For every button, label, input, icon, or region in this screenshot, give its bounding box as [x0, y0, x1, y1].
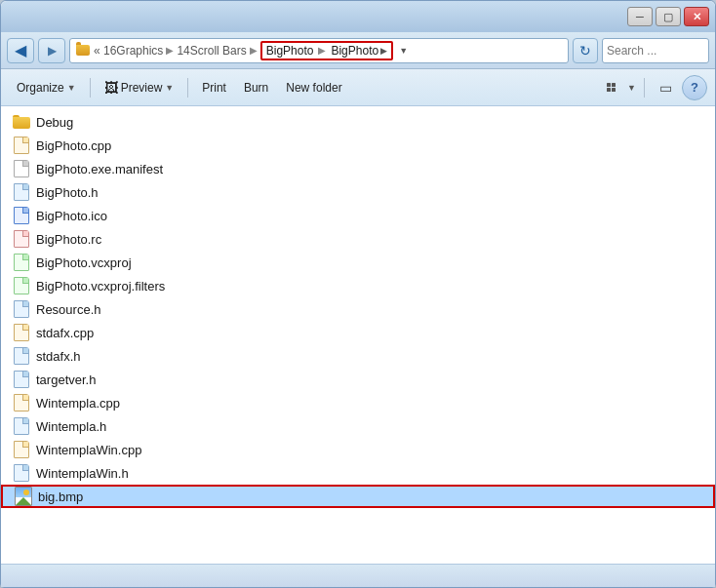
file-type-icon [13, 277, 30, 294]
breadcrumb-dropdown-icon[interactable]: ▼ [399, 46, 408, 56]
breadcrumb-arrow3: ▶ [318, 45, 326, 56]
breadcrumb-arrow2: ▶ [250, 45, 258, 56]
file-type-icon [13, 160, 30, 177]
breadcrumb-end1: BigPhoto [266, 44, 314, 58]
breadcrumb-mid: 14Scroll Bars [177, 44, 246, 58]
file-type-icon [13, 137, 30, 154]
file-type-icon [13, 394, 30, 412]
file-name: Debug [36, 115, 73, 130]
file-type-icon [15, 488, 32, 505]
back-button[interactable]: ◀ [7, 38, 34, 63]
file-type-icon [13, 230, 30, 248]
breadcrumb-highlighted[interactable]: BigPhoto ▶ BigPhoto ▶ [260, 41, 393, 60]
explorer-window: ◀ ▶ « 16Graphics ▶ 14Scroll Bars ▶ BigPh… [0, 0, 716, 588]
list-item[interactable]: WintemplaWin.h [1, 461, 715, 485]
list-item[interactable]: Wintempla.cpp [1, 391, 715, 414]
file-type-icon [13, 113, 30, 131]
list-item[interactable]: stdafx.h [1, 344, 715, 368]
file-name: stdafx.cpp [36, 326, 94, 340]
file-name: BigPhoto.ico [36, 209, 107, 223]
file-name: targetver.h [36, 372, 96, 387]
file-type-icon [13, 371, 30, 388]
file-type-icon [13, 441, 30, 458]
close-button[interactable] [684, 7, 709, 26]
organize-dropdown-arrow: ▼ [67, 83, 76, 93]
list-item[interactable]: BigPhoto.rc [1, 227, 715, 251]
forward-button[interactable]: ▶ [38, 38, 65, 63]
list-item[interactable]: big.bmp [1, 485, 715, 508]
list-item[interactable]: BigPhoto.vcxproj [1, 251, 715, 274]
view-pane-button[interactable]: ▭ [653, 75, 678, 100]
file-name: Wintempla.cpp [36, 396, 120, 411]
file-name: BigPhoto.h [36, 185, 99, 200]
list-item[interactable]: Resource.h [1, 297, 715, 321]
file-type-icon [13, 347, 30, 365]
new-folder-button[interactable]: New folder [278, 74, 349, 101]
list-item[interactable]: BigPhoto.ico [1, 204, 715, 227]
list-item[interactable]: Wintempla.h [1, 414, 715, 438]
file-type-icon [13, 207, 30, 224]
refresh-button[interactable]: ↻ [573, 38, 598, 63]
breadcrumb-prefix: « 16Graphics [94, 44, 163, 58]
list-item[interactable]: Debug [1, 110, 715, 134]
toolbar-separator-2 [187, 78, 188, 98]
title-bar-buttons [627, 7, 709, 26]
toolbar-separator-1 [90, 78, 91, 98]
maximize-button[interactable] [656, 7, 681, 26]
file-type-icon [13, 300, 30, 318]
organize-button[interactable]: Organize ▼ [9, 74, 84, 101]
file-name: Resource.h [36, 302, 100, 317]
file-name: BigPhoto.cpp [36, 138, 111, 153]
breadcrumb-end2: BigPhoto [331, 44, 378, 58]
file-type-icon [13, 324, 30, 341]
breadcrumb[interactable]: « 16Graphics ▶ 14Scroll Bars ▶ BigPhoto … [69, 38, 569, 63]
burn-button[interactable]: Burn [236, 74, 276, 101]
file-name: BigPhoto.exe.manifest [36, 162, 163, 176]
file-type-icon [13, 183, 30, 201]
list-item[interactable]: targetver.h [1, 368, 715, 391]
breadcrumb-arrow1: ▶ [166, 45, 174, 56]
file-list[interactable]: Debug BigPhoto.cpp BigPhoto.exe.manifest… [1, 106, 715, 564]
toolbar: Organize ▼ 🖼 Preview ▼ Print Burn New fo… [1, 69, 715, 106]
file-type-icon [13, 254, 30, 271]
list-item[interactable]: stdafx.cpp [1, 321, 715, 344]
print-button[interactable]: Print [194, 74, 234, 101]
file-name: WintemplaWin.cpp [36, 443, 141, 457]
toolbar-right: ▼ ▭ ? [598, 75, 707, 100]
search-input[interactable] [607, 44, 716, 58]
file-name: Wintempla.h [36, 419, 106, 434]
search-box[interactable]: 🔍 [602, 38, 709, 63]
breadcrumb-folder-icon [76, 45, 90, 56]
file-name: WintemplaWin.h [36, 466, 129, 481]
help-button[interactable]: ? [682, 75, 707, 100]
title-bar [1, 1, 715, 32]
list-item[interactable]: WintemplaWin.cpp [1, 438, 715, 461]
file-type-icon [13, 417, 30, 435]
list-item[interactable]: BigPhoto.exe.manifest [1, 157, 715, 180]
preview-button[interactable]: 🖼 Preview ▼ [97, 74, 182, 101]
status-bar [1, 564, 715, 587]
list-item[interactable]: BigPhoto.h [1, 180, 715, 204]
file-name: BigPhoto.rc [36, 232, 101, 247]
breadcrumb-dropdown-arrow: ▶ [380, 46, 387, 56]
file-name: big.bmp [38, 490, 83, 504]
view-details-button[interactable] [598, 75, 623, 100]
file-type-icon [13, 464, 30, 482]
file-name: BigPhoto.vcxproj [36, 255, 132, 270]
toolbar-separator-3 [644, 78, 645, 98]
file-name: BigPhoto.vcxproj.filters [36, 279, 165, 294]
address-bar: ◀ ▶ « 16Graphics ▶ 14Scroll Bars ▶ BigPh… [1, 32, 715, 69]
list-item[interactable]: BigPhoto.vcxproj.filters [1, 274, 715, 297]
file-name: stdafx.h [36, 349, 81, 364]
preview-dropdown-arrow: ▼ [165, 83, 174, 93]
list-item[interactable]: BigPhoto.cpp [1, 134, 715, 157]
view-dropdown-arrow[interactable]: ▼ [627, 83, 636, 93]
minimize-button[interactable] [627, 7, 653, 26]
